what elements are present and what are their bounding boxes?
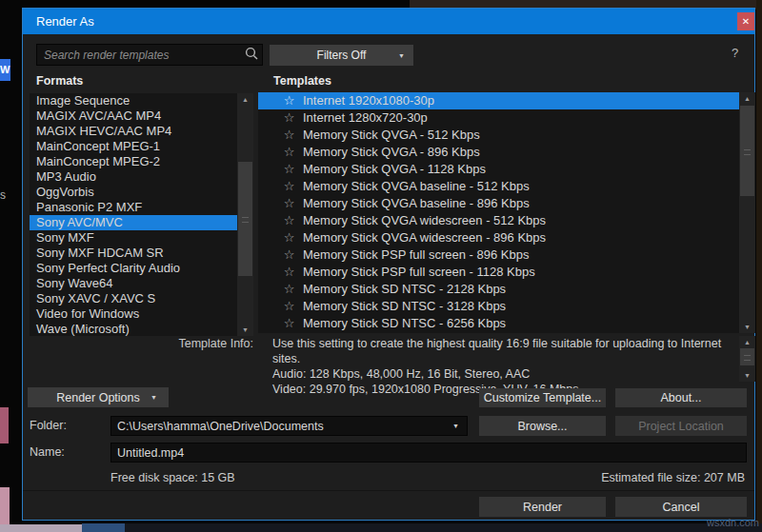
- scroll-up-icon[interactable]: ▲: [739, 93, 755, 104]
- template-info-scrollbar[interactable]: ▲ ▼: [739, 336, 755, 382]
- favorite-star-icon[interactable]: ☆: [282, 229, 296, 246]
- scrollbar-thumb[interactable]: [238, 162, 252, 276]
- template-row[interactable]: ☆Memory Stick SD NTSC - 2128 Kbps: [258, 281, 739, 298]
- dialog-title: Render As: [36, 9, 94, 34]
- template-row[interactable]: ☆Memory Stick SD NTSC - 6256 Kbps: [258, 315, 739, 332]
- scrollbar-thumb[interactable]: [740, 348, 754, 365]
- template-row[interactable]: ☆Memory Stick QVGA widescreen - 512 Kbps: [258, 212, 739, 229]
- format-row[interactable]: MainConcept MPEG-2: [30, 154, 237, 169]
- format-row[interactable]: OggVorbis: [30, 185, 237, 200]
- favorite-star-icon[interactable]: ☆: [282, 246, 296, 264]
- folder-combobox[interactable]: C:\Users\hamma\OneDrive\Documents ▼: [110, 416, 468, 436]
- format-row[interactable]: Video for Windows: [30, 306, 237, 322]
- formats-header: Formats: [36, 74, 83, 88]
- folder-value: C:\Users\hamma\OneDrive\Documents: [111, 420, 452, 433]
- scrollbar-thumb[interactable]: [740, 106, 754, 196]
- formats-scrollbar[interactable]: ▲ ▼: [237, 93, 253, 336]
- scroll-down-icon[interactable]: ▼: [237, 325, 253, 335]
- format-row[interactable]: MainConcept MPEG-1: [30, 139, 237, 154]
- thumb-grip-icon: [242, 217, 249, 223]
- format-row[interactable]: Sony MXF HDCAM SR: [30, 246, 237, 261]
- separator: [23, 490, 754, 491]
- project-location-button: Project Location: [615, 416, 747, 436]
- template-row[interactable]: ☆Memory Stick QVGA - 1128 Kbps: [258, 161, 739, 178]
- format-row-label: Sony MXF HDCAM SR: [36, 246, 164, 260]
- template-row-label: Internet 1920x1080-30p: [303, 92, 434, 109]
- favorite-star-icon[interactable]: ☆: [282, 315, 296, 332]
- format-row[interactable]: Sony Wave64: [30, 276, 237, 291]
- scroll-up-icon[interactable]: ▲: [237, 94, 253, 105]
- template-row[interactable]: ☆Memory Stick SD NTSC - 3128 Kbps: [258, 298, 739, 315]
- thumb-grip-icon: [744, 149, 751, 155]
- template-row-label: Memory Stick QVGA widescreen - 896 Kbps: [303, 229, 546, 246]
- favorite-star-icon[interactable]: ☆: [282, 195, 296, 212]
- favorite-star-icon[interactable]: ☆: [282, 127, 296, 144]
- favorite-star-icon[interactable]: ☆: [282, 212, 296, 229]
- favorite-star-icon[interactable]: ☆: [282, 144, 296, 161]
- template-row-label: Memory Stick QVGA baseline - 512 Kbps: [303, 178, 530, 195]
- template-row[interactable]: ☆Memory Stick QVGA widescreen - 896 Kbps: [258, 229, 739, 246]
- favorite-star-icon[interactable]: ☆: [282, 178, 296, 195]
- chevron-down-icon: ▼: [398, 52, 405, 59]
- favorite-star-icon[interactable]: ☆: [282, 161, 296, 178]
- favorite-star-icon[interactable]: ☆: [282, 298, 296, 315]
- format-row-label: OggVorbis: [36, 185, 94, 199]
- name-label: Name:: [30, 445, 65, 459]
- template-row[interactable]: ☆Internet 1920x1080-30p: [258, 92, 739, 109]
- format-row[interactable]: Sony XAVC / XAVC S: [30, 291, 237, 306]
- format-row-label: Panasonic P2 MXF: [36, 200, 142, 214]
- thumb-grip-icon: [744, 355, 751, 361]
- scroll-down-icon[interactable]: ▼: [739, 322, 755, 332]
- format-row[interactable]: MP3 Audio: [30, 169, 237, 185]
- template-row[interactable]: ☆Memory Stick QVGA - 512 Kbps: [258, 127, 739, 144]
- template-row-label: Memory Stick PSP full screen - 896 Kbps: [303, 246, 529, 264]
- help-button[interactable]: ?: [732, 46, 738, 60]
- format-row[interactable]: Sony MXF: [30, 230, 237, 246]
- template-row[interactable]: ☆Memory Stick QVGA baseline - 512 Kbps: [258, 178, 739, 195]
- render-options-button[interactable]: Render Options ▼: [28, 387, 169, 407]
- close-icon[interactable]: ✕: [737, 12, 754, 30]
- format-row[interactable]: Sony AVC/MVC: [30, 215, 237, 230]
- favorite-star-icon[interactable]: ☆: [282, 109, 296, 127]
- template-row-label: Memory Stick QVGA widescreen - 512 Kbps: [303, 212, 546, 229]
- templates-scrollbar[interactable]: ▲ ▼: [739, 92, 755, 333]
- search-input[interactable]: [37, 45, 241, 65]
- favorite-star-icon[interactable]: ☆: [282, 281, 296, 298]
- favorite-star-icon[interactable]: ☆: [282, 264, 296, 281]
- favorite-star-icon[interactable]: ☆: [282, 92, 296, 109]
- scroll-up-icon[interactable]: ▲: [739, 337, 755, 347]
- template-info-label: Template Info:: [156, 337, 253, 350]
- render-button[interactable]: Render: [479, 497, 606, 517]
- formats-list[interactable]: Image SequenceMAGIX AVC/AAC MP4MAGIX HEV…: [30, 93, 237, 336]
- template-row[interactable]: ☆Memory Stick PSP full screen - 1128 Kbp…: [258, 264, 739, 281]
- about-button[interactable]: About...: [615, 388, 747, 407]
- render-as-dialog: Render As ✕ Filters Off ▼ ? Formats Temp…: [22, 8, 755, 521]
- name-input[interactable]: [110, 443, 747, 463]
- chevron-down-icon: ▼: [150, 394, 157, 401]
- template-row[interactable]: ☆Memory Stick QVGA baseline - 896 Kbps: [258, 195, 739, 212]
- customize-template-button[interactable]: Customize Template...: [479, 388, 606, 407]
- template-row[interactable]: ☆Memory Stick QVGA - 896 Kbps: [258, 144, 739, 161]
- template-row[interactable]: ☆Memory Stick PSP full screen - 896 Kbps: [258, 246, 739, 264]
- format-row[interactable]: MAGIX HEVC/AAC MP4: [30, 124, 237, 139]
- format-row-label: MainConcept MPEG-2: [36, 154, 160, 168]
- dialog-titlebar[interactable]: Render As ✕: [23, 9, 754, 34]
- format-row[interactable]: MAGIX AVC/AAC MP4: [30, 108, 237, 124]
- filters-button[interactable]: Filters Off ▼: [270, 45, 413, 66]
- browse-button[interactable]: Browse...: [479, 416, 606, 436]
- search-icon: [241, 47, 262, 64]
- scroll-down-icon[interactable]: ▼: [739, 370, 755, 381]
- background-text-fragment: s: [0, 188, 9, 204]
- format-row[interactable]: Panasonic P2 MXF: [30, 200, 237, 215]
- template-row[interactable]: ☆Internet 1280x720-30p: [258, 109, 739, 127]
- template-row-label: Memory Stick QVGA baseline - 896 Kbps: [303, 195, 530, 212]
- background-app-strip: [756, 0, 762, 532]
- format-row[interactable]: Image Sequence: [30, 93, 237, 108]
- format-row[interactable]: Wave (Microsoft): [30, 322, 237, 336]
- search-box[interactable]: [36, 44, 263, 66]
- templates-list[interactable]: ☆Internet 1920x1080-30p☆Internet 1280x72…: [258, 92, 739, 333]
- format-row-label: Sony Perfect Clarity Audio: [36, 261, 180, 275]
- estimated-file-size: Estimated file size: 207 MB: [601, 471, 745, 484]
- format-row[interactable]: Sony Perfect Clarity Audio: [30, 261, 237, 276]
- cancel-button[interactable]: Cancel: [615, 497, 747, 517]
